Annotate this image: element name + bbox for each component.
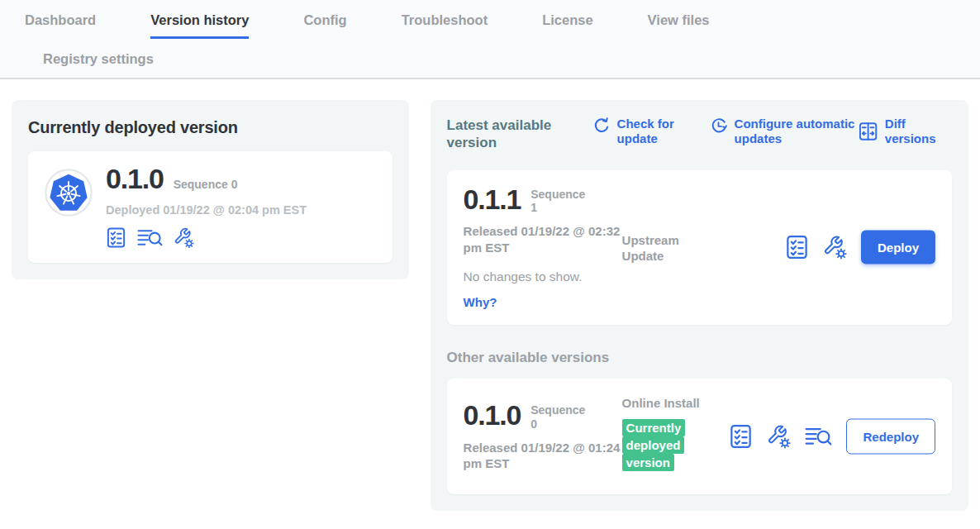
tab-view-files[interactable]: View files	[648, 12, 710, 39]
tab-version-history[interactable]: Version history	[150, 12, 249, 39]
tab-license[interactable]: License	[542, 12, 592, 39]
latest-available-title: Latest available version	[447, 117, 571, 152]
deployed-version-number: 0.1.0	[106, 164, 164, 194]
top-nav: Dashboard Version history Config Trouble…	[0, 0, 980, 79]
latest-version-card: 0.1.1 Sequence 1 Released 01/19/22 @ 02:…	[447, 170, 952, 326]
config-wrench-gear-icon[interactable]	[767, 425, 791, 449]
configure-automatic-updates-link[interactable]: Configure automatic updates	[710, 117, 859, 146]
latest-sequence-label: Sequence 1	[530, 188, 590, 216]
latest-version-number: 0.1.1	[464, 185, 521, 215]
available-panel-header: Latest available version Check for updat…	[447, 117, 952, 152]
currently-deployed-badge-wrap: Currently deployed version	[622, 419, 702, 471]
tab-troubleshoot[interactable]: Troubleshoot	[402, 12, 488, 39]
redeploy-button[interactable]: Redeploy	[846, 419, 935, 455]
preflight-checks-icon[interactable]	[106, 227, 126, 248]
currently-deployed-panel: Currently deployed version	[12, 100, 409, 279]
why-link[interactable]: Why?	[464, 295, 497, 309]
currently-deployed-title: Currently deployed version	[28, 118, 392, 137]
nav-tabs-row2: Registry settings	[0, 39, 980, 78]
auto-update-icon	[710, 117, 727, 135]
deployed-sequence-label: Sequence 0	[174, 178, 238, 191]
check-for-update-label: Check for update	[617, 117, 688, 146]
other-available-versions-title: Other available versions	[447, 350, 952, 366]
tab-registry-settings[interactable]: Registry settings	[43, 51, 154, 77]
latest-source-label: Upstream Update	[622, 232, 713, 264]
other-version-number: 0.1.0	[464, 401, 521, 431]
config-wrench-gear-icon[interactable]	[174, 227, 194, 248]
latest-changes-note: No changes to show.	[464, 269, 622, 284]
diff-versions-link[interactable]: Diff versions	[859, 117, 952, 146]
refresh-icon	[592, 117, 610, 135]
other-source-label: Online Install	[622, 395, 708, 412]
currently-deployed-badge: Currently deployed version	[622, 419, 686, 471]
tab-config[interactable]: Config	[303, 12, 346, 39]
check-for-update-link[interactable]: Check for update	[592, 117, 688, 146]
main-content: Currently deployed version	[0, 79, 980, 511]
deploy-button[interactable]: Deploy	[861, 231, 935, 264]
preflight-checks-icon[interactable]	[729, 425, 753, 449]
deployed-version-card: 0.1.0 Sequence 0 Deployed 01/19/22 @ 02:…	[28, 151, 392, 263]
other-sequence-label: Sequence 0	[530, 403, 590, 431]
config-wrench-gear-icon[interactable]	[823, 236, 847, 260]
configure-automatic-updates-label: Configure automatic updates	[735, 117, 859, 146]
deployed-timestamp: Deployed 01/19/22 @ 02:04 pm EST	[106, 203, 307, 217]
latest-released-timestamp: Released 01/19/22 @ 02:32 pm EST	[464, 223, 622, 255]
kubernetes-icon	[45, 169, 93, 217]
deploy-logs-icon[interactable]	[805, 426, 832, 448]
tab-dashboard[interactable]: Dashboard	[25, 12, 96, 39]
diff-icon	[859, 121, 878, 142]
deployed-version-info: 0.1.0 Sequence 0 Deployed 01/19/22 @ 02:…	[106, 164, 307, 248]
available-versions-panel: Latest available version Check for updat…	[431, 100, 968, 511]
other-version-card: 0.1.0 Sequence 0 Released 01/19/22 @ 01:…	[447, 379, 952, 494]
deploy-logs-icon[interactable]	[137, 227, 163, 248]
diff-versions-label: Diff versions	[885, 117, 952, 146]
preflight-checks-icon[interactable]	[785, 236, 809, 260]
nav-tabs-row: Dashboard Version history Config Trouble…	[0, 12, 980, 39]
other-released-timestamp: Released 01/19/22 @ 01:24 pm EST	[464, 440, 622, 472]
